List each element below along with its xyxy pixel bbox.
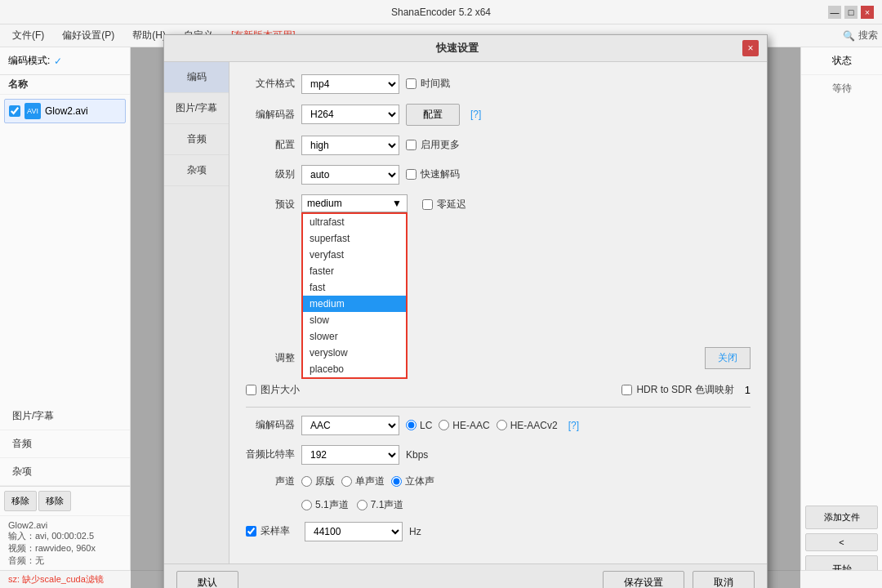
close-section-button[interactable]: 关闭 xyxy=(705,347,751,369)
surround51-radio-label: 5.1声道 xyxy=(301,498,349,512)
audio-bitrate-select[interactable]: 192 xyxy=(301,445,399,465)
arrow-button[interactable]: < xyxy=(805,533,878,551)
status-error-text: sz: 缺少scale_cuda滤镜 xyxy=(8,573,104,586)
he-aacv2-radio[interactable] xyxy=(497,420,507,430)
sidebar-nav-misc[interactable]: 杂项 xyxy=(0,458,130,486)
default-button[interactable]: 默认 xyxy=(176,571,238,589)
profile-select[interactable]: high xyxy=(301,136,399,155)
status-value: 等待 xyxy=(801,75,882,102)
surround51-radio[interactable] xyxy=(301,500,312,510)
mono-radio[interactable] xyxy=(341,476,352,487)
preset-option-veryslow[interactable]: veryslow xyxy=(303,345,406,361)
level-row: 级别 auto 快速解码 xyxy=(246,165,751,185)
preset-option-faster[interactable]: faster xyxy=(303,263,406,279)
preset-option-slower[interactable]: slower xyxy=(303,328,406,345)
preset-option-veryfast[interactable]: veryfast xyxy=(303,247,406,263)
hz-label: Hz xyxy=(409,526,421,537)
remove-button[interactable]: 移除 xyxy=(4,491,37,511)
close-section-area: 关闭 xyxy=(705,343,751,373)
image-size-checkbox[interactable] xyxy=(246,385,256,395)
surround71-radio[interactable] xyxy=(357,500,368,510)
lc-radio[interactable] xyxy=(406,420,416,430)
cancel-button[interactable]: 取消 xyxy=(693,571,755,589)
menu-search-area: 🔍 搜索 xyxy=(843,29,878,42)
kbps-label: Kbps xyxy=(406,449,428,461)
dialog-left-nav: 编码 图片/字幕 音频 杂项 xyxy=(164,62,229,564)
menu-preferences[interactable]: 偏好设置(P) xyxy=(54,26,122,45)
hdr-checkbox[interactable] xyxy=(621,385,632,395)
dialog-title: 快速设置 xyxy=(172,41,742,56)
he-aac-radio[interactable] xyxy=(439,420,449,430)
preset-option-slow[interactable]: slow xyxy=(303,312,406,328)
original-radio[interactable] xyxy=(301,476,312,487)
profile-row: 配置 high 启用更多 xyxy=(246,136,751,155)
fast-decode-label: 快速解码 xyxy=(406,167,460,181)
audio-decoder-label: 编解码器 xyxy=(246,418,295,432)
sidebar-nav-images[interactable]: 图片/字幕 xyxy=(0,403,130,430)
preset-option-fast[interactable]: fast xyxy=(303,279,406,296)
config-button[interactable]: 配置 xyxy=(406,104,460,126)
close-btn[interactable]: × xyxy=(861,6,874,19)
samplerate-checkbox[interactable] xyxy=(246,526,256,537)
enable-more-checkbox[interactable] xyxy=(406,140,416,150)
minimize-btn[interactable]: — xyxy=(828,6,841,19)
sidebar-nav-audio[interactable]: 音频 xyxy=(0,430,130,458)
file-name: Glow2.avi xyxy=(45,105,88,117)
menu-file[interactable]: 文件(F) xyxy=(4,26,52,45)
mono-radio-label: 单声道 xyxy=(341,474,385,488)
original-radio-label: 原版 xyxy=(301,474,335,488)
channel-label: 声道 xyxy=(246,474,295,488)
file-info-name: Glow2.avi xyxy=(8,520,122,530)
dialog-nav-images[interactable]: 图片/字幕 xyxy=(164,93,229,124)
level-select[interactable]: auto xyxy=(301,165,399,185)
save-settings-button[interactable]: 保存设置 xyxy=(603,571,684,589)
dialog-nav-misc[interactable]: 杂项 xyxy=(164,155,229,186)
audio-bitrate-label: 音频比特率 xyxy=(246,448,295,461)
preset-button[interactable]: medium ▼ xyxy=(301,194,408,212)
file-icon: AVI xyxy=(24,103,41,119)
stereo-radio[interactable] xyxy=(391,476,402,487)
dialog-content: 文件格式 mp4 时间戳 编解码器 xyxy=(229,62,767,564)
file-info: Glow2.avi 输入：avi, 00:00:02.5 视频：rawvideo… xyxy=(0,515,130,571)
file-info-video: 视频：rawvideo, 960x xyxy=(8,542,122,555)
audio-decoder-row: 编解码器 AAC LC HE-AAC xyxy=(246,416,751,435)
preset-option-superfast[interactable]: superfast xyxy=(303,230,406,247)
file-info-input: 输入：avi, 00:00:02.5 xyxy=(8,530,122,542)
preset-list: ultrafast superfast veryfast faster fast… xyxy=(301,212,408,379)
timestamp-checkbox[interactable] xyxy=(406,78,416,89)
add-file-button[interactable]: 添加文件 xyxy=(805,506,878,529)
file-checkbox[interactable] xyxy=(9,105,20,117)
image-size-row: 图片大小 HDR to SDR 色调映射 1 xyxy=(246,383,751,397)
audio-decoder-select[interactable]: AAC xyxy=(301,416,399,435)
file-list-item[interactable]: AVI Glow2.avi xyxy=(4,99,126,123)
samplerate-select[interactable]: 44100 xyxy=(305,522,403,541)
dialog-nav-audio[interactable]: 音频 xyxy=(164,124,229,155)
zero-delay-label: 零延迟 xyxy=(422,198,466,212)
surround71-radio-label: 7.1声道 xyxy=(357,498,404,512)
dialog-close-button[interactable]: × xyxy=(742,40,759,56)
preset-option-placebo[interactable]: placebo xyxy=(303,361,406,377)
search-label: 搜索 xyxy=(858,29,878,42)
file-info-audio: 音频：无 xyxy=(8,555,122,567)
sidebar-bottom: 移除 移除 xyxy=(0,486,130,515)
file-format-select[interactable]: mp4 xyxy=(301,74,399,94)
move-button[interactable]: 移除 xyxy=(38,491,71,511)
hdr-label: HDR to SDR 色调映射 xyxy=(621,383,733,397)
video-decoder-label: 编解码器 xyxy=(246,108,295,122)
he-aacv2-radio-label: HE-AACv2 xyxy=(497,420,558,431)
fast-decode-checkbox[interactable] xyxy=(406,169,416,180)
preset-option-medium[interactable]: medium xyxy=(303,296,406,312)
section-separator xyxy=(246,407,751,408)
maximize-btn[interactable]: □ xyxy=(844,6,858,19)
level-label: 级别 xyxy=(246,167,295,181)
preset-option-ultrafast[interactable]: ultrafast xyxy=(303,214,406,230)
audio-help[interactable]: [?] xyxy=(568,420,579,431)
video-decoder-select[interactable]: H264 xyxy=(301,105,399,124)
right-panel: 状态 等待 添加文件 < 开始 xyxy=(800,47,882,588)
dialog-nav-encode[interactable]: 编码 xyxy=(164,62,229,93)
zero-delay-checkbox[interactable] xyxy=(422,199,433,210)
profile-label: 配置 xyxy=(246,138,295,152)
tune-label: 调整 xyxy=(246,351,295,365)
samplerate-checkbox-label: 采样率 xyxy=(246,524,290,538)
decoder-help[interactable]: [?] xyxy=(470,109,481,120)
